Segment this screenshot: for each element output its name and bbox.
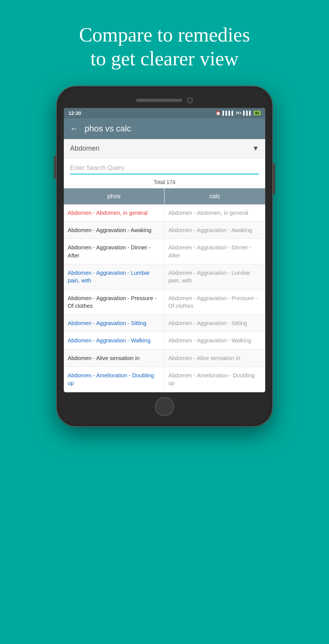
cell-right-3: Abdomen - Aggravation - Lumbar pain, wit… bbox=[164, 264, 265, 289]
table-row[interactable]: Abdomen - Aggravation - Lumbar pain, wit… bbox=[64, 264, 265, 290]
status-icons: ⏰ ▌▌▌▌ H+ ▌▌▌ 62 bbox=[216, 111, 261, 116]
dropdown-container[interactable]: Abdomen ▼ bbox=[64, 139, 265, 158]
cell-left-8: Abdomen - Amelioration - Doubling up bbox=[64, 367, 164, 392]
front-camera bbox=[187, 97, 193, 103]
cell-right-6: Abdomen - Aggravation - Walking bbox=[164, 332, 265, 349]
app-bar: ← phos vs calc bbox=[64, 118, 265, 139]
total-label: Total 174 bbox=[154, 179, 176, 185]
signal-icon: ▌▌▌▌ bbox=[223, 111, 234, 115]
phone-bottom-bar bbox=[64, 392, 265, 418]
speaker-grille bbox=[136, 99, 182, 102]
home-button[interactable] bbox=[155, 397, 174, 416]
table-row[interactable]: Abdomen - Abdomen, in generalAbdomen - A… bbox=[64, 204, 265, 222]
cell-left-6: Abdomen - Aggravation - Walking bbox=[64, 332, 164, 349]
cell-left-0: Abdomen - Abdomen, in general bbox=[64, 204, 164, 221]
cell-left-7: Abdomen - Alive sensation in bbox=[64, 350, 164, 367]
phone-body: 12:30 ⏰ ▌▌▌▌ H+ ▌▌▌ 62 ← phos vs calc Ab… bbox=[57, 86, 272, 426]
total-row: Total 174 bbox=[64, 176, 265, 188]
status-bar: 12:30 ⏰ ▌▌▌▌ H+ ▌▌▌ 62 bbox=[64, 108, 265, 118]
cell-left-3: Abdomen - Aggravation - Lumbar pain, wit… bbox=[64, 264, 164, 289]
dropdown-arrow-icon: ▼ bbox=[252, 144, 259, 153]
column-calc: calc bbox=[164, 188, 265, 204]
cell-right-2: Abdomen - Aggravation - Dinner - After bbox=[164, 239, 265, 264]
dropdown-row[interactable]: Abdomen ▼ bbox=[70, 144, 259, 153]
table-row[interactable]: Abdomen - Aggravation - Pressure - Of cl… bbox=[64, 290, 265, 315]
cell-left-5: Abdomen - Aggravation - Sitting bbox=[64, 315, 164, 332]
search-input[interactable] bbox=[70, 162, 259, 174]
search-container bbox=[64, 158, 265, 176]
phone-screen: 12:30 ⏰ ▌▌▌▌ H+ ▌▌▌ 62 ← phos vs calc Ab… bbox=[64, 108, 265, 392]
table-row[interactable]: Abdomen - Amelioration - Doubling upAbdo… bbox=[64, 367, 265, 392]
network-type: H+ bbox=[236, 111, 241, 115]
table-row[interactable]: Abdomen - Alive sensation inAbdomen - Al… bbox=[64, 350, 265, 367]
dropdown-label: Abdomen bbox=[70, 144, 100, 153]
cell-left-4: Abdomen - Aggravation - Pressure - Of cl… bbox=[64, 290, 164, 315]
battery-indicator: 62 bbox=[254, 111, 261, 115]
table-row[interactable]: Abdomen - Aggravation - WalkingAbdomen -… bbox=[64, 332, 265, 349]
table-row[interactable]: Abdomen - Aggravation - Dinner - AfterAb… bbox=[64, 239, 265, 264]
phone-mockup: 12:30 ⏰ ▌▌▌▌ H+ ▌▌▌ 62 ← phos vs calc Ab… bbox=[0, 86, 329, 426]
time-display: 12:30 bbox=[68, 110, 81, 116]
cell-right-7: Abdomen - Alive sensation in bbox=[164, 350, 265, 367]
cell-right-8: Abdomen - Amelioration - Doubling up bbox=[164, 367, 265, 392]
signal2-icon: ▌▌▌ bbox=[243, 111, 252, 115]
cell-right-5: Abdomen - Aggravation - Sitting bbox=[164, 315, 265, 332]
table-row[interactable]: Abdomen - Aggravation - SittingAbdomen -… bbox=[64, 315, 265, 332]
cell-left-2: Abdomen - Aggravation - Dinner - After bbox=[64, 239, 164, 264]
alarm-icon: ⏰ bbox=[216, 111, 221, 116]
hero-line1: Compare to remedies bbox=[79, 24, 250, 46]
column-headers: phos calc bbox=[64, 188, 265, 204]
phone-top-bar bbox=[64, 94, 265, 108]
back-button[interactable]: ← bbox=[70, 124, 78, 134]
table-row[interactable]: Abdomen - Aggravation - AwakingAbdomen -… bbox=[64, 222, 265, 239]
hero-line2: to get clearer view bbox=[90, 48, 238, 70]
cell-right-1: Abdomen - Aggravation - Awaking bbox=[164, 222, 265, 239]
table-body: Abdomen - Abdomen, in generalAbdomen - A… bbox=[64, 204, 265, 392]
hero-section: Compare to remedies to get clearer view bbox=[0, 0, 329, 86]
cell-right-0: Abdomen - Abdomen, in general bbox=[164, 204, 265, 221]
app-title: phos vs calc bbox=[85, 124, 131, 134]
cell-right-4: Abdomen - Aggravation - Pressure - Of cl… bbox=[164, 290, 265, 315]
column-phos: phos bbox=[64, 188, 164, 204]
cell-left-1: Abdomen - Aggravation - Awaking bbox=[64, 222, 164, 239]
